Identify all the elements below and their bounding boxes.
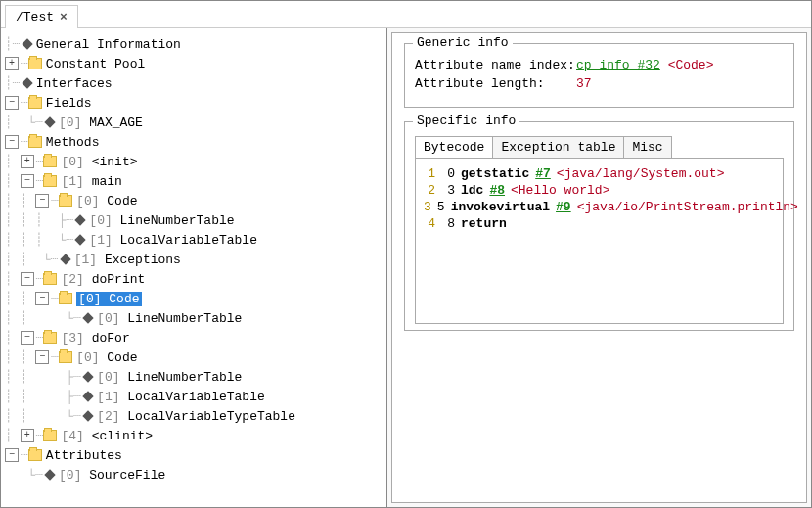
- folder-icon: [43, 175, 57, 187]
- diamond-icon: [75, 234, 86, 245]
- folder-icon: [43, 273, 57, 285]
- generic-info-group: Generic info Attribute name index: cp_in…: [404, 43, 794, 108]
- minus-icon[interactable]: −: [21, 174, 34, 188]
- bytecode-row[interactable]: 1 0 getstatic #7 <java/lang/System.out>: [424, 166, 775, 181]
- minus-icon[interactable]: −: [21, 272, 34, 286]
- tree-item-fields[interactable]: −┈Fields: [5, 93, 383, 113]
- cp-info-link[interactable]: cp_info #32: [576, 58, 660, 72]
- minus-icon[interactable]: −: [5, 448, 19, 462]
- folder-icon: [28, 58, 42, 69]
- editor-window: /Test × ┊┈General Information +┈Constant…: [0, 0, 812, 508]
- tree-item-linenumbertable[interactable]: ┊ ┊ ┊ ├┈[0] LineNumberTable: [5, 210, 383, 230]
- close-icon[interactable]: ×: [60, 10, 68, 24]
- tree-item-methods[interactable]: −┈Methods: [5, 132, 383, 152]
- attr-name-extra: <Code>: [668, 58, 714, 72]
- specific-legend: Specific info: [413, 114, 519, 128]
- bytecode-row[interactable]: 4 8 return: [424, 216, 775, 231]
- tree-item-main-code[interactable]: ┊ ┊ −┈[0] Code: [5, 191, 383, 210]
- folder-icon: [43, 430, 57, 441]
- main-split: ┊┈General Information +┈Constant Pool ┊┈…: [1, 28, 811, 507]
- tree-item-localvariabletable[interactable]: ┊ ┊ ├┈[1] LocalVariableTable: [5, 387, 383, 406]
- tab-bar: /Test ×: [1, 1, 811, 28]
- file-tab[interactable]: /Test ×: [5, 5, 78, 28]
- bytecode-row[interactable]: 3 5 invokevirtual #9 <java/io/PrintStrea…: [424, 200, 775, 214]
- folder-icon: [59, 195, 72, 207]
- tree-item-constant-pool[interactable]: +┈Constant Pool: [5, 54, 383, 73]
- bytecode-pane: 1 0 getstatic #7 <java/lang/System.out> …: [415, 158, 784, 324]
- folder-icon: [28, 97, 42, 109]
- tree-item-sourcefile[interactable]: └┈[0] SourceFile: [5, 465, 383, 485]
- tree-item-init[interactable]: ┊ +┈[0] <init>: [5, 152, 383, 171]
- detail-panel: Generic info Attribute name index: cp_in…: [391, 32, 807, 503]
- tree-item-linenumbertable[interactable]: ┊ ┊ ├┈[0] LineNumberTable: [5, 367, 383, 387]
- minus-icon[interactable]: −: [5, 135, 19, 149]
- diamond-icon: [44, 469, 55, 480]
- cp-ref-link[interactable]: #8: [489, 183, 505, 198]
- diamond-icon: [82, 410, 93, 421]
- tab-exception-table[interactable]: Exception table: [493, 137, 624, 158]
- specific-tabs: Bytecode Exception table Misc: [415, 136, 672, 158]
- tree-item-general-info[interactable]: ┊┈General Information: [5, 34, 383, 54]
- bytecode-row[interactable]: 2 3 ldc #8 <Hello world>: [424, 183, 775, 198]
- plus-icon[interactable]: +: [21, 155, 34, 168]
- tree-item-main[interactable]: ┊ −┈[1] main: [5, 171, 383, 191]
- tree-item-localvariabletypetable[interactable]: ┊ ┊ └┈[2] LocalVariableTypeTable: [5, 406, 383, 426]
- tree-item-dofor[interactable]: ┊ −┈[3] doFor: [5, 328, 383, 347]
- tree-item-exceptions[interactable]: ┊ ┊ └┈[1] Exceptions: [5, 250, 383, 269]
- tab-title: /Test: [16, 10, 54, 24]
- attr-len-value: 37: [576, 76, 592, 91]
- folder-icon: [43, 332, 57, 344]
- diamond-icon: [22, 38, 32, 49]
- plus-icon[interactable]: +: [21, 429, 34, 442]
- minus-icon[interactable]: −: [35, 292, 49, 305]
- diamond-icon: [82, 391, 93, 401]
- attr-name-label: Attribute name index:: [415, 58, 576, 72]
- minus-icon[interactable]: −: [35, 350, 49, 364]
- minus-icon[interactable]: −: [21, 331, 34, 345]
- generic-legend: Generic info: [413, 35, 513, 50]
- tree-item-attributes[interactable]: −┈Attributes: [5, 445, 383, 465]
- diamond-icon: [82, 312, 93, 323]
- attr-len-label: Attribute length:: [415, 76, 576, 91]
- diamond-icon: [44, 116, 55, 127]
- folder-icon: [59, 351, 72, 363]
- tree-item-interfaces[interactable]: ┊┈Interfaces: [5, 73, 383, 93]
- folder-icon: [28, 449, 42, 461]
- diamond-icon: [75, 214, 86, 225]
- plus-icon[interactable]: +: [5, 57, 19, 70]
- tree-item-max-age[interactable]: ┊ └┈[0] MAX_AGE: [5, 113, 383, 132]
- tree-item-doprint-code-selected[interactable]: ┊ ┊ −┈[0] Code: [5, 289, 383, 308]
- diamond-icon: [82, 371, 93, 382]
- specific-info-group: Specific info Bytecode Exception table M…: [404, 121, 794, 331]
- tree-item-linenumbertable[interactable]: ┊ ┊ └┈[0] LineNumberTable: [5, 308, 383, 328]
- tree-item-clinit[interactable]: ┊ +┈[4] <clinit>: [5, 426, 383, 445]
- tab-misc[interactable]: Misc: [624, 137, 670, 158]
- cp-ref-link[interactable]: #9: [556, 200, 571, 214]
- diamond-icon: [22, 77, 32, 88]
- cp-ref-link[interactable]: #7: [535, 166, 551, 181]
- tree-panel[interactable]: ┊┈General Information +┈Constant Pool ┊┈…: [1, 28, 387, 507]
- tree-item-doprint[interactable]: ┊ −┈[2] doPrint: [5, 269, 383, 289]
- folder-icon: [43, 156, 57, 167]
- tree-item-localvariabletable[interactable]: ┊ ┊ ┊ └┈[1] LocalVariableTable: [5, 230, 383, 250]
- tab-bytecode[interactable]: Bytecode: [416, 137, 493, 158]
- minus-icon[interactable]: −: [5, 96, 19, 110]
- folder-icon: [28, 136, 42, 148]
- folder-icon: [59, 293, 72, 304]
- tree-item-dofor-code[interactable]: ┊ ┊ −┈[0] Code: [5, 347, 383, 367]
- attr-name-row: Attribute name index: cp_info #32 <Code>: [415, 58, 784, 72]
- attr-len-row: Attribute length: 37: [415, 76, 784, 91]
- minus-icon[interactable]: −: [35, 194, 49, 208]
- diamond-icon: [60, 254, 70, 264]
